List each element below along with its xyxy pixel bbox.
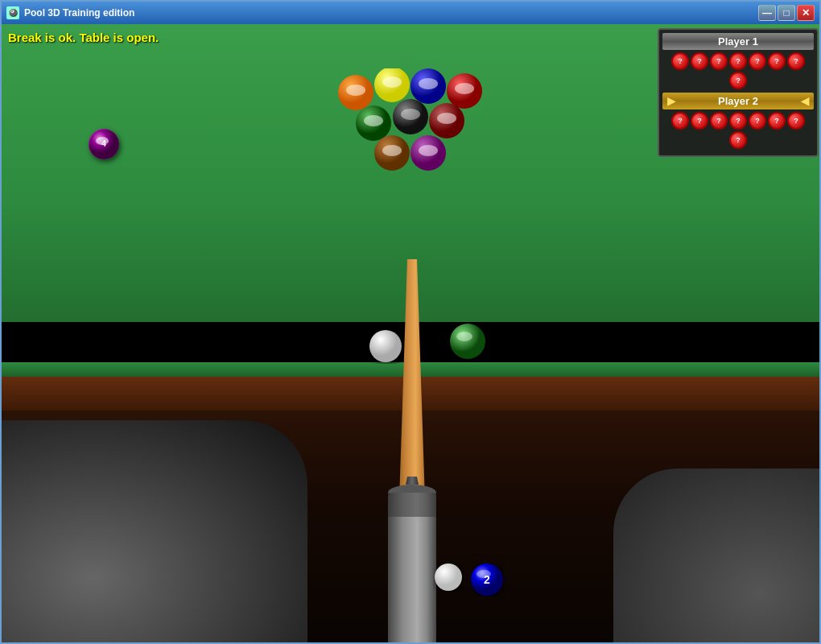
ball-4: 4 <box>89 129 119 159</box>
floor-right <box>613 469 821 644</box>
scoreboard: Player 1 ? ? ? ? ? ? ? ? Player 2 ? ? <box>658 28 819 157</box>
ball-indicator: ? <box>671 112 689 130</box>
ball-indicator: ? <box>710 112 728 130</box>
window: 🎱 Pool 3D Training edition — □ ✕ Break i… <box>0 0 821 644</box>
ball-indicator: ? <box>710 52 728 70</box>
ball-indicator: ? <box>729 52 747 70</box>
close-button[interactable]: ✕ <box>797 5 815 21</box>
svg-point-12 <box>346 85 365 96</box>
ball-indicator: ? <box>768 112 786 130</box>
cue-ball-bottom <box>433 562 464 596</box>
svg-text:2: 2 <box>484 573 490 586</box>
ball-2-display: 2 <box>470 563 504 600</box>
window-controls: — □ ✕ <box>758 5 815 21</box>
game-area[interactable]: Break is ok. Table is open. Player 1 ? ?… <box>2 24 821 644</box>
ball-indicator: ? <box>787 112 805 130</box>
player1-label: Player 1 <box>662 33 814 50</box>
svg-point-15 <box>455 83 474 94</box>
ball-indicator: ? <box>691 52 708 70</box>
svg-point-13 <box>382 76 402 88</box>
window-title: Pool 3D Training edition <box>24 7 753 19</box>
ball-indicator: ? <box>749 112 766 130</box>
player2-label: Player 2 <box>662 93 814 109</box>
svg-marker-30 <box>406 477 419 485</box>
maximize-button[interactable]: □ <box>778 5 795 21</box>
status-text: Break is ok. Table is open. <box>8 31 159 44</box>
balls-cluster <box>316 68 493 165</box>
app-icon: 🎱 <box>6 6 19 19</box>
player1-row: Player 1 ? ? ? ? ? ? ? ? <box>662 33 814 89</box>
ball-indicator: ? <box>729 72 747 89</box>
svg-point-20 <box>419 145 438 156</box>
minimize-button[interactable]: — <box>758 5 776 21</box>
svg-point-34 <box>435 564 462 591</box>
svg-point-16 <box>364 115 383 126</box>
ball-indicator: ? <box>729 131 747 149</box>
player2-row: Player 2 ? ? ? ? ? ? ? ? <box>662 93 814 149</box>
svg-point-18 <box>437 113 456 124</box>
svg-point-19 <box>382 145 402 156</box>
svg-rect-33 <box>388 493 436 517</box>
svg-text:4: 4 <box>101 139 106 148</box>
ball-indicator: ? <box>691 112 708 130</box>
player2-balls: ? ? ? ? ? ? ? ? <box>662 112 814 149</box>
ball-indicator: ? <box>768 52 786 70</box>
ball-indicator: ? <box>749 52 766 70</box>
ball-indicator: ? <box>787 52 805 70</box>
svg-point-17 <box>401 109 420 120</box>
ball-indicator: ? <box>729 112 747 130</box>
titlebar: 🎱 Pool 3D Training edition — □ ✕ <box>2 2 819 24</box>
floor-left <box>2 420 307 644</box>
svg-point-14 <box>419 78 438 89</box>
player1-balls: ? ? ? ? ? ? ? ? <box>662 52 814 89</box>
ball-indicator: ? <box>671 52 689 70</box>
